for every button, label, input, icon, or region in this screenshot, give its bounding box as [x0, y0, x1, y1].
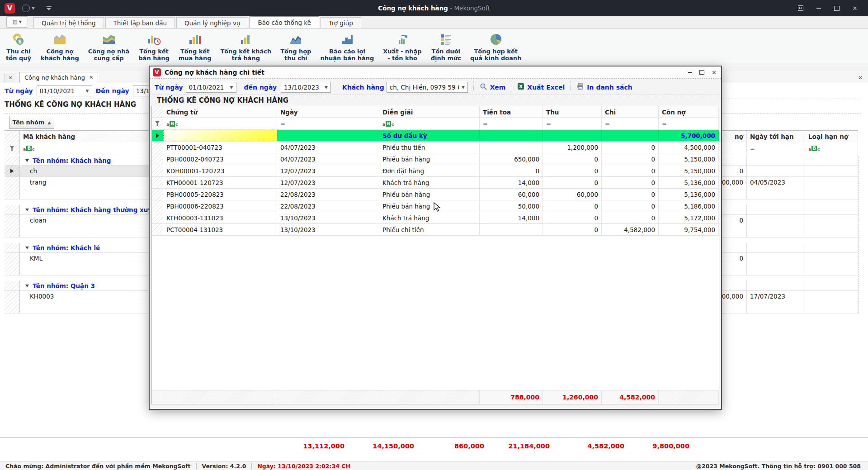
- docbar-close-icon[interactable]: ✕: [858, 75, 863, 81]
- filter-cell[interactable]: =: [543, 118, 602, 129]
- filter-cell[interactable]: aBc: [379, 118, 480, 129]
- column-header[interactable]: Còn nợ: [659, 106, 719, 118]
- menu-tab-strip: ▤▼ Quản trị hệ thốngThiết lập ban đầuQuả…: [0, 16, 868, 28]
- maximize-button[interactable]: [834, 5, 840, 11]
- tab-close-icon[interactable]: ✕: [89, 75, 93, 81]
- filter-cell[interactable]: =: [602, 118, 659, 129]
- filter-cell[interactable]: aBc: [163, 118, 277, 129]
- footer-cell: [152, 390, 163, 404]
- column-header-loai-han-no[interactable]: Loại hạn nợ: [805, 131, 858, 142]
- ribbon-button[interactable]: €$Thu chi tồn quỹ: [1, 31, 36, 62]
- focused-cell[interactable]: [163, 130, 277, 141]
- voucher-row[interactable]: PCT00004-13102313/10/2023Phiếu chi tiền0…: [152, 224, 719, 236]
- toolbar-customize-icon[interactable]: [47, 6, 52, 10]
- voucher-row[interactable]: PBH00006-22082322/08/2023Phiếu bán hàng5…: [152, 200, 719, 212]
- ribbon-button[interactable]: Tổng kết bán hàng: [134, 31, 174, 62]
- row-indicator-header: [5, 131, 20, 142]
- ribbon-button[interactable]: Tồn dưới định mức: [426, 31, 466, 62]
- dialog-minimize-button[interactable]: [688, 72, 692, 73]
- filter-funnel-icon[interactable]: [152, 118, 163, 129]
- ribbon-button-label: Xuất - nhập - tồn kho: [383, 48, 421, 62]
- dialog-maximize-button[interactable]: [699, 70, 704, 75]
- quick-access-circle-icon[interactable]: [22, 5, 30, 12]
- ribbon-button[interactable]: Xuất - nhập - tồn kho: [378, 31, 426, 62]
- column-header[interactable]: Thu: [543, 106, 602, 118]
- from-date-label: Từ ngày: [5, 87, 33, 95]
- dialog-close-button[interactable]: ✕: [712, 69, 717, 76]
- detail-grid: Chứng từNgàyDiễn giảiTiền toaThuChiCòn n…: [151, 106, 719, 404]
- minimize-button[interactable]: [816, 5, 822, 11]
- collapse-icon[interactable]: [25, 247, 29, 249]
- collapse-icon[interactable]: [25, 285, 29, 287]
- customer-row-right[interactable]: 0: [720, 253, 858, 264]
- ribbon-button[interactable]: Tổng hợp kết quả kinh doanh: [466, 31, 526, 62]
- column-header[interactable]: Chi: [602, 106, 659, 118]
- column-header[interactable]: Chứng từ: [163, 106, 277, 118]
- column-header-no[interactable]: nợ: [720, 131, 747, 142]
- from-date-combo[interactable]: 01/10/2021▼: [37, 85, 92, 96]
- column-header-ngay-toi-han[interactable]: Ngày tới hạn: [747, 131, 805, 142]
- svg-text:$: $: [18, 38, 22, 45]
- ribbon-button[interactable]: Công nợ khách hàng: [36, 31, 84, 62]
- app-logo-icon[interactable]: V: [5, 3, 15, 14]
- filter-cell[interactable]: =: [480, 118, 543, 129]
- filter-funnel-icon[interactable]: [5, 142, 20, 155]
- filter-cell[interactable]: =: [277, 118, 379, 129]
- voucher-row[interactable]: KTH00003-13102313/10/2023Khách trả hàng1…: [152, 212, 719, 224]
- close-button[interactable]: ✕: [852, 5, 858, 11]
- right-grid-body: 0,000,00004/05/202300,000,00017/07/2023: [720, 156, 859, 313]
- view-button[interactable]: Xem: [480, 83, 506, 92]
- customer-row-right[interactable]: 0: [720, 215, 858, 226]
- filter-cell[interactable]: [720, 142, 747, 155]
- collapse-icon[interactable]: [25, 159, 29, 162]
- filter-cell[interactable]: aBc: [805, 142, 858, 155]
- ribbon-button[interactable]: Tổng kết khách trả hàng: [216, 31, 276, 62]
- ribbon-button[interactable]: Công nợ nhà cung cấp: [84, 31, 134, 62]
- customer-row-right[interactable]: ,000,00017/07/2023: [720, 291, 858, 302]
- ribbon-button[interactable]: Báo cáo lợi nhuận bán hàng: [316, 31, 379, 62]
- fullscreen-button[interactable]: [797, 5, 804, 11]
- ribbon-button-label: Tồn dưới định mức: [431, 48, 461, 62]
- search-icon: [480, 83, 487, 92]
- chevron-down-icon[interactable]: ▼: [32, 6, 35, 10]
- voucher-row[interactable]: KDH00001-12072312/07/2023Đơn đặt hàng000…: [152, 165, 719, 177]
- customer-row-right[interactable]: 0: [720, 166, 858, 177]
- ribbon-button[interactable]: Tổng hợp thu chi: [276, 31, 316, 62]
- column-header[interactable]: Diễn giải: [379, 106, 480, 118]
- grand-total-value: 9,800,000: [635, 438, 689, 454]
- menu-tab[interactable]: Trợ giúp: [321, 17, 361, 28]
- ribbon-button-label: Tổng kết khách trả hàng: [220, 48, 271, 62]
- dialog-title: Công nợ khách hàng chi tiết: [165, 69, 264, 76]
- footer-cell: [659, 390, 719, 404]
- customer-combo[interactable]: ch, Chị Hiền, 0979 59 69...▼: [387, 82, 468, 93]
- group-by-chip[interactable]: Tên nhóm▲: [9, 116, 54, 129]
- menu-tab[interactable]: Thiết lập ban đầu: [105, 17, 175, 28]
- application-menu-button[interactable]: ▤▼: [6, 16, 28, 28]
- filter-cell[interactable]: =: [747, 142, 805, 155]
- ribbon-toolbar: €$Thu chi tồn quỹCông nợ khách hàngCông …: [0, 28, 868, 65]
- dialog-title-bar[interactable]: V Công nợ khách hàng chi tiết ✕: [150, 66, 721, 79]
- voucher-row[interactable]: PTT00001-04072304/07/2023Phiếu thu tiền1…: [152, 142, 719, 153]
- voucher-row[interactable]: KTH00001-12072312/07/2023Khách trả hàng1…: [152, 177, 719, 189]
- tab-list-close-icon[interactable]: ✕: [5, 73, 16, 83]
- opening-balance-row[interactable]: Số dư đầu kỳ5,700,000: [152, 130, 719, 142]
- collapse-icon[interactable]: [25, 209, 29, 211]
- ribbon-button[interactable]: Tổng kết mua hàng: [174, 31, 216, 62]
- menu-tab[interactable]: Báo cáo thống kê: [250, 16, 319, 28]
- menu-tab[interactable]: Quản lý nghiệp vụ: [176, 17, 248, 28]
- dialog-to-date-combo[interactable]: 13/10/2023▼: [281, 82, 331, 93]
- status-support: @2023 MekongSoft. Thông tin hỗ trợ: 0901…: [696, 463, 861, 470]
- customer-row-right[interactable]: ,000,00004/05/2023: [720, 177, 858, 188]
- export-excel-button[interactable]: X Xuất Excel: [517, 83, 565, 91]
- menu-tab[interactable]: Quản trị hệ thống: [33, 17, 104, 28]
- print-list-button[interactable]: In danh sách: [576, 83, 632, 91]
- right-grid-filter-row: = aBc: [720, 142, 858, 155]
- document-tab-congno[interactable]: Công nợ khách hàng ✕: [19, 72, 98, 83]
- column-header[interactable]: Ngày: [277, 106, 379, 118]
- footer-total-value: 788,000: [480, 390, 543, 404]
- dialog-from-date-combo[interactable]: 01/10/2021▼: [186, 82, 236, 93]
- voucher-row[interactable]: PBH00002-04072304/07/2023Phiếu bán hàng6…: [152, 153, 719, 165]
- column-header[interactable]: Tiền toa: [480, 106, 543, 118]
- filter-cell[interactable]: =: [659, 118, 719, 129]
- voucher-row[interactable]: PBH00005-22082322/08/2023Phiếu bán hàng6…: [152, 189, 719, 200]
